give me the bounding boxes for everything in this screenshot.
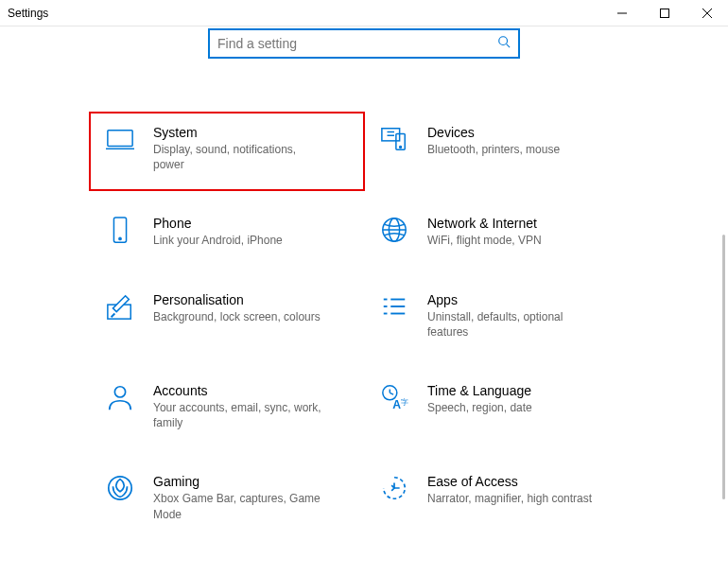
- search-box[interactable]: [208, 28, 520, 59]
- category-desc: Background, lock screen, colours: [153, 309, 321, 324]
- svg-line-5: [507, 44, 511, 48]
- svg-text:字: 字: [401, 397, 408, 407]
- svg-point-25: [114, 387, 125, 397]
- svg-rect-6: [108, 131, 132, 147]
- category-title: Devices: [427, 125, 560, 140]
- system-icon: [104, 125, 136, 157]
- category-title: Ease of Access: [427, 474, 592, 489]
- svg-point-14: [119, 238, 121, 240]
- category-title: Apps: [427, 292, 598, 307]
- category-desc: Link your Android, iPhone: [153, 233, 283, 248]
- category-title: System: [153, 125, 323, 140]
- category-title: Personalisation: [153, 292, 321, 307]
- svg-point-10: [400, 147, 402, 148]
- category-desc: WiFi, flight mode, VPN: [427, 233, 542, 248]
- category-gaming[interactable]: Gaming Xbox Game Bar, captures, Game Mod…: [104, 474, 350, 521]
- category-text: Network & Internet WiFi, flight mode, VP…: [427, 216, 542, 248]
- close-button[interactable]: [685, 0, 728, 26]
- svg-point-4: [499, 37, 508, 45]
- apps-icon: [378, 292, 410, 324]
- titlebar: Settings: [0, 0, 728, 26]
- window-controls: [600, 0, 728, 26]
- category-desc: Your accounts, email, sync, work, family: [153, 400, 323, 430]
- phone-icon: [104, 216, 136, 248]
- maximize-button[interactable]: [643, 0, 685, 26]
- minimize-button[interactable]: [600, 0, 643, 26]
- category-accounts[interactable]: Accounts Your accounts, email, sync, wor…: [104, 383, 350, 430]
- category-text: Personalisation Background, lock screen,…: [153, 292, 321, 324]
- search-input[interactable]: [217, 36, 497, 51]
- category-phone[interactable]: Phone Link your Android, iPhone: [104, 216, 350, 248]
- category-title: Gaming: [153, 474, 323, 489]
- category-text: Time & Language Speech, region, date: [427, 383, 532, 415]
- category-text: Devices Bluetooth, printers, mouse: [427, 125, 560, 157]
- category-devices[interactable]: Devices Bluetooth, printers, mouse: [378, 125, 624, 172]
- content-area: System Display, sound, notifications, po…: [0, 26, 728, 576]
- paintbrush-icon: [104, 292, 136, 324]
- svg-rect-8: [382, 129, 400, 141]
- person-icon: [104, 383, 136, 415]
- category-desc: Bluetooth, printers, mouse: [427, 142, 560, 157]
- category-text: Gaming Xbox Game Bar, captures, Game Mod…: [153, 474, 323, 521]
- category-personalisation[interactable]: Personalisation Background, lock screen,…: [104, 292, 350, 340]
- time-language-icon: A 字: [378, 383, 410, 415]
- category-text: Apps Uninstall, defaults, optional featu…: [427, 292, 598, 340]
- gaming-icon: [104, 474, 136, 506]
- category-title: Accounts: [153, 383, 323, 398]
- category-title: Network & Internet: [427, 216, 542, 231]
- globe-icon: [378, 216, 410, 248]
- category-ease-of-access[interactable]: Ease of Access Narrator, magnifier, high…: [378, 474, 624, 521]
- category-desc: Xbox Game Bar, captures, Game Mode: [153, 491, 323, 521]
- category-network[interactable]: Network & Internet WiFi, flight mode, VP…: [378, 216, 624, 248]
- category-time-language[interactable]: A 字 Time & Language Speech, region, date: [378, 383, 624, 430]
- category-text: Ease of Access Narrator, magnifier, high…: [427, 474, 592, 506]
- categories-grid: System Display, sound, notifications, po…: [0, 87, 728, 522]
- category-title: Phone: [153, 216, 283, 231]
- category-desc: Speech, region, date: [427, 400, 532, 415]
- ease-of-access-icon: [378, 474, 410, 506]
- category-text: System Display, sound, notifications, po…: [153, 125, 323, 172]
- scrollbar-thumb[interactable]: [722, 235, 725, 499]
- category-text: Phone Link your Android, iPhone: [153, 216, 283, 248]
- search-row: [0, 26, 728, 87]
- category-desc: Display, sound, notifications, power: [153, 142, 323, 172]
- search-icon: [497, 35, 511, 52]
- category-desc: Uninstall, defaults, optional features: [427, 309, 598, 340]
- category-system[interactable]: System Display, sound, notifications, po…: [89, 112, 365, 191]
- category-text: Accounts Your accounts, email, sync, wor…: [153, 383, 323, 430]
- category-title: Time & Language: [427, 383, 532, 398]
- svg-line-28: [390, 393, 393, 394]
- svg-rect-1: [660, 9, 668, 17]
- category-apps[interactable]: Apps Uninstall, defaults, optional featu…: [378, 292, 624, 340]
- category-desc: Narrator, magnifier, high contrast: [427, 491, 592, 506]
- devices-icon: [378, 125, 410, 157]
- window-title: Settings: [8, 7, 48, 20]
